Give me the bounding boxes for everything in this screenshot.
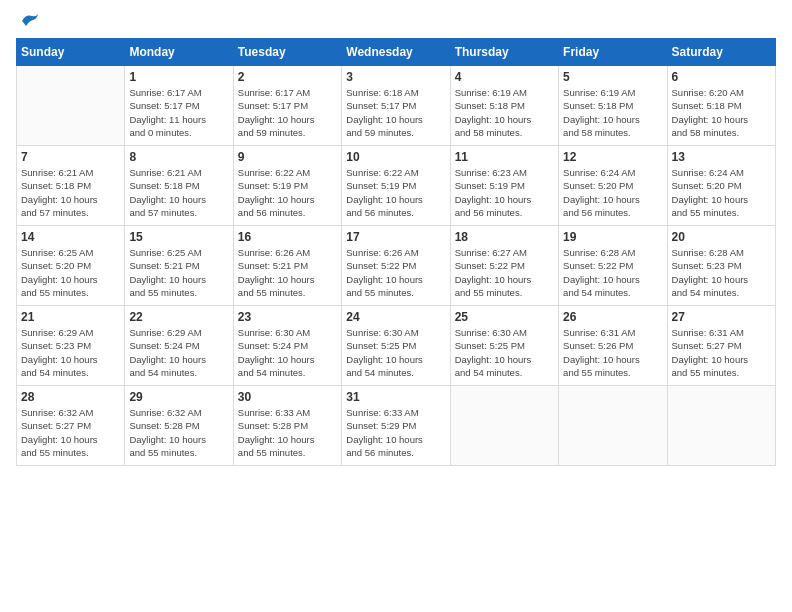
logo [16, 16, 40, 30]
weekday-header-wednesday: Wednesday [342, 39, 450, 66]
day-info: Sunrise: 6:30 AM Sunset: 5:24 PM Dayligh… [238, 326, 337, 379]
calendar-cell: 31Sunrise: 6:33 AM Sunset: 5:29 PM Dayli… [342, 386, 450, 466]
day-number: 2 [238, 70, 337, 84]
calendar-cell: 20Sunrise: 6:28 AM Sunset: 5:23 PM Dayli… [667, 226, 775, 306]
page-header [16, 16, 776, 30]
day-number: 1 [129, 70, 228, 84]
day-number: 5 [563, 70, 662, 84]
day-info: Sunrise: 6:28 AM Sunset: 5:23 PM Dayligh… [672, 246, 771, 299]
day-info: Sunrise: 6:19 AM Sunset: 5:18 PM Dayligh… [455, 86, 554, 139]
day-number: 26 [563, 310, 662, 324]
calendar-week-4: 21Sunrise: 6:29 AM Sunset: 5:23 PM Dayli… [17, 306, 776, 386]
day-info: Sunrise: 6:31 AM Sunset: 5:26 PM Dayligh… [563, 326, 662, 379]
day-info: Sunrise: 6:27 AM Sunset: 5:22 PM Dayligh… [455, 246, 554, 299]
day-info: Sunrise: 6:17 AM Sunset: 5:17 PM Dayligh… [129, 86, 228, 139]
calendar-cell: 11Sunrise: 6:23 AM Sunset: 5:19 PM Dayli… [450, 146, 558, 226]
day-number: 18 [455, 230, 554, 244]
weekday-header-monday: Monday [125, 39, 233, 66]
day-number: 24 [346, 310, 445, 324]
calendar-cell: 8Sunrise: 6:21 AM Sunset: 5:18 PM Daylig… [125, 146, 233, 226]
calendar-cell: 4Sunrise: 6:19 AM Sunset: 5:18 PM Daylig… [450, 66, 558, 146]
day-info: Sunrise: 6:22 AM Sunset: 5:19 PM Dayligh… [346, 166, 445, 219]
day-number: 16 [238, 230, 337, 244]
day-info: Sunrise: 6:30 AM Sunset: 5:25 PM Dayligh… [346, 326, 445, 379]
day-number: 14 [21, 230, 120, 244]
day-info: Sunrise: 6:33 AM Sunset: 5:28 PM Dayligh… [238, 406, 337, 459]
calendar-cell: 21Sunrise: 6:29 AM Sunset: 5:23 PM Dayli… [17, 306, 125, 386]
day-number: 30 [238, 390, 337, 404]
calendar-week-3: 14Sunrise: 6:25 AM Sunset: 5:20 PM Dayli… [17, 226, 776, 306]
calendar-cell: 12Sunrise: 6:24 AM Sunset: 5:20 PM Dayli… [559, 146, 667, 226]
day-number: 7 [21, 150, 120, 164]
day-number: 23 [238, 310, 337, 324]
calendar-week-2: 7Sunrise: 6:21 AM Sunset: 5:18 PM Daylig… [17, 146, 776, 226]
weekday-header-saturday: Saturday [667, 39, 775, 66]
calendar-cell: 13Sunrise: 6:24 AM Sunset: 5:20 PM Dayli… [667, 146, 775, 226]
calendar-cell [450, 386, 558, 466]
calendar-week-1: 1Sunrise: 6:17 AM Sunset: 5:17 PM Daylig… [17, 66, 776, 146]
day-number: 3 [346, 70, 445, 84]
calendar-cell: 5Sunrise: 6:19 AM Sunset: 5:18 PM Daylig… [559, 66, 667, 146]
day-info: Sunrise: 6:30 AM Sunset: 5:25 PM Dayligh… [455, 326, 554, 379]
day-number: 6 [672, 70, 771, 84]
calendar-cell: 30Sunrise: 6:33 AM Sunset: 5:28 PM Dayli… [233, 386, 341, 466]
calendar-cell: 10Sunrise: 6:22 AM Sunset: 5:19 PM Dayli… [342, 146, 450, 226]
day-info: Sunrise: 6:26 AM Sunset: 5:21 PM Dayligh… [238, 246, 337, 299]
calendar-cell: 1Sunrise: 6:17 AM Sunset: 5:17 PM Daylig… [125, 66, 233, 146]
calendar-cell [667, 386, 775, 466]
calendar-cell: 6Sunrise: 6:20 AM Sunset: 5:18 PM Daylig… [667, 66, 775, 146]
calendar-cell: 2Sunrise: 6:17 AM Sunset: 5:17 PM Daylig… [233, 66, 341, 146]
day-number: 20 [672, 230, 771, 244]
day-number: 22 [129, 310, 228, 324]
calendar-cell: 16Sunrise: 6:26 AM Sunset: 5:21 PM Dayli… [233, 226, 341, 306]
weekday-header-tuesday: Tuesday [233, 39, 341, 66]
day-info: Sunrise: 6:19 AM Sunset: 5:18 PM Dayligh… [563, 86, 662, 139]
day-info: Sunrise: 6:20 AM Sunset: 5:18 PM Dayligh… [672, 86, 771, 139]
day-number: 17 [346, 230, 445, 244]
day-number: 25 [455, 310, 554, 324]
calendar-cell: 9Sunrise: 6:22 AM Sunset: 5:19 PM Daylig… [233, 146, 341, 226]
day-info: Sunrise: 6:25 AM Sunset: 5:20 PM Dayligh… [21, 246, 120, 299]
day-info: Sunrise: 6:26 AM Sunset: 5:22 PM Dayligh… [346, 246, 445, 299]
day-info: Sunrise: 6:32 AM Sunset: 5:27 PM Dayligh… [21, 406, 120, 459]
calendar-week-5: 28Sunrise: 6:32 AM Sunset: 5:27 PM Dayli… [17, 386, 776, 466]
day-info: Sunrise: 6:21 AM Sunset: 5:18 PM Dayligh… [21, 166, 120, 219]
day-number: 12 [563, 150, 662, 164]
calendar-cell: 14Sunrise: 6:25 AM Sunset: 5:20 PM Dayli… [17, 226, 125, 306]
day-number: 13 [672, 150, 771, 164]
day-number: 15 [129, 230, 228, 244]
calendar-table: SundayMondayTuesdayWednesdayThursdayFrid… [16, 38, 776, 466]
calendar-cell: 22Sunrise: 6:29 AM Sunset: 5:24 PM Dayli… [125, 306, 233, 386]
calendar-cell: 17Sunrise: 6:26 AM Sunset: 5:22 PM Dayli… [342, 226, 450, 306]
calendar-cell: 26Sunrise: 6:31 AM Sunset: 5:26 PM Dayli… [559, 306, 667, 386]
day-info: Sunrise: 6:29 AM Sunset: 5:24 PM Dayligh… [129, 326, 228, 379]
weekday-header-thursday: Thursday [450, 39, 558, 66]
calendar-cell: 29Sunrise: 6:32 AM Sunset: 5:28 PM Dayli… [125, 386, 233, 466]
day-info: Sunrise: 6:23 AM Sunset: 5:19 PM Dayligh… [455, 166, 554, 219]
day-number: 29 [129, 390, 228, 404]
day-info: Sunrise: 6:31 AM Sunset: 5:27 PM Dayligh… [672, 326, 771, 379]
day-info: Sunrise: 6:25 AM Sunset: 5:21 PM Dayligh… [129, 246, 228, 299]
day-info: Sunrise: 6:28 AM Sunset: 5:22 PM Dayligh… [563, 246, 662, 299]
day-number: 21 [21, 310, 120, 324]
day-number: 31 [346, 390, 445, 404]
calendar-cell: 18Sunrise: 6:27 AM Sunset: 5:22 PM Dayli… [450, 226, 558, 306]
calendar-cell: 19Sunrise: 6:28 AM Sunset: 5:22 PM Dayli… [559, 226, 667, 306]
calendar-cell: 7Sunrise: 6:21 AM Sunset: 5:18 PM Daylig… [17, 146, 125, 226]
weekday-header-row: SundayMondayTuesdayWednesdayThursdayFrid… [17, 39, 776, 66]
day-number: 10 [346, 150, 445, 164]
calendar-cell: 27Sunrise: 6:31 AM Sunset: 5:27 PM Dayli… [667, 306, 775, 386]
day-info: Sunrise: 6:18 AM Sunset: 5:17 PM Dayligh… [346, 86, 445, 139]
day-info: Sunrise: 6:22 AM Sunset: 5:19 PM Dayligh… [238, 166, 337, 219]
day-info: Sunrise: 6:24 AM Sunset: 5:20 PM Dayligh… [672, 166, 771, 219]
calendar-cell: 25Sunrise: 6:30 AM Sunset: 5:25 PM Dayli… [450, 306, 558, 386]
calendar-cell: 24Sunrise: 6:30 AM Sunset: 5:25 PM Dayli… [342, 306, 450, 386]
day-info: Sunrise: 6:21 AM Sunset: 5:18 PM Dayligh… [129, 166, 228, 219]
calendar-cell: 23Sunrise: 6:30 AM Sunset: 5:24 PM Dayli… [233, 306, 341, 386]
calendar-cell: 3Sunrise: 6:18 AM Sunset: 5:17 PM Daylig… [342, 66, 450, 146]
calendar-cell [17, 66, 125, 146]
day-number: 8 [129, 150, 228, 164]
day-info: Sunrise: 6:29 AM Sunset: 5:23 PM Dayligh… [21, 326, 120, 379]
weekday-header-sunday: Sunday [17, 39, 125, 66]
weekday-header-friday: Friday [559, 39, 667, 66]
